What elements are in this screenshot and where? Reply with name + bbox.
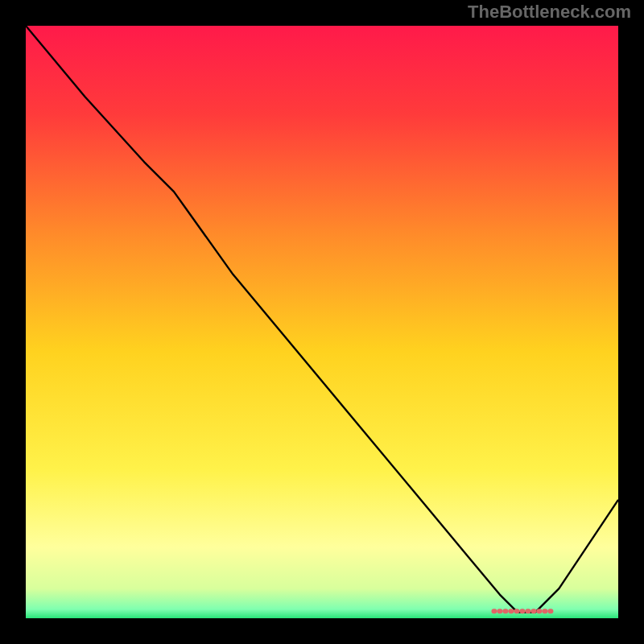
- chart-container: TheBottleneck.com: [0, 0, 644, 644]
- plot-area: [26, 26, 618, 618]
- gradient-background: [26, 26, 618, 618]
- watermark-text: TheBottleneck.com: [468, 2, 631, 23]
- chart-svg: [26, 26, 618, 618]
